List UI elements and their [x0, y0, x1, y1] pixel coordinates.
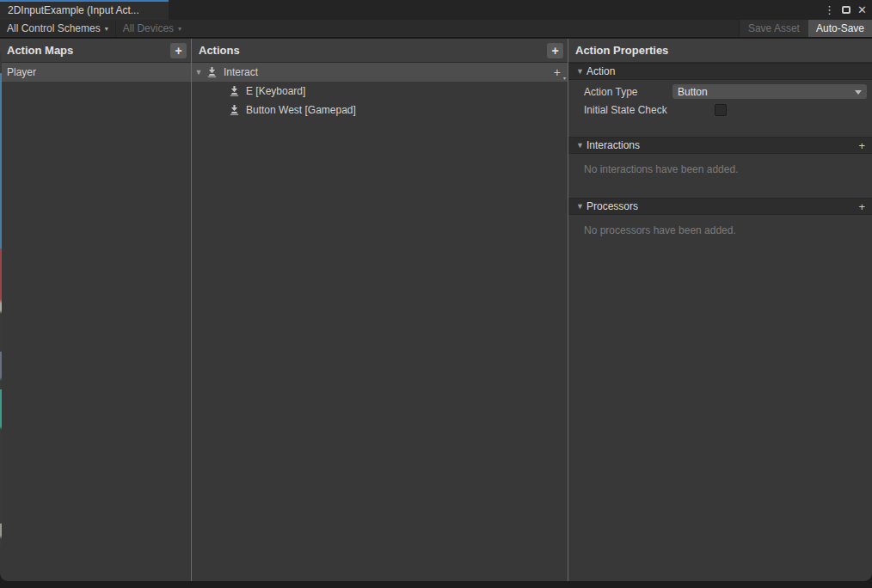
action-type-row: Action Type Button — [568, 83, 872, 101]
processors-section-title: Processors — [586, 200, 638, 212]
plus-icon: + — [554, 65, 561, 79]
save-asset-button[interactable]: Save Asset — [739, 20, 808, 37]
toolbar-right-group: Save Asset Auto-Save — [739, 20, 872, 37]
processors-section-header[interactable]: ▼ Processors + — [568, 198, 872, 215]
interactions-empty-message: No interactions have been added. — [568, 154, 872, 175]
foldout-triangle-icon[interactable]: ▼ — [192, 68, 206, 77]
interactions-section-header[interactable]: ▼ Interactions + — [568, 137, 872, 154]
add-action-button[interactable]: + — [547, 43, 563, 58]
binding-row-keyboard[interactable]: E [Keyboard] — [192, 82, 568, 101]
action-row-interact[interactable]: ▼ Interact + ▾ — [192, 63, 568, 82]
maximize-icon[interactable] — [842, 6, 851, 14]
action-properties-title: Action Properties — [575, 44, 668, 57]
action-type-value: Button — [678, 86, 708, 98]
action-asset-icon — [206, 66, 218, 79]
initial-state-check-row: Initial State Check — [568, 101, 872, 119]
action-type-dropdown[interactable]: Button — [672, 84, 867, 99]
input-actions-window: 2DInputExample (Input Act... ⋮ ✕ All Con… — [0, 0, 872, 588]
action-maps-title: Action Maps — [7, 44, 73, 57]
add-processor-button[interactable]: + — [858, 201, 865, 212]
add-interaction-button[interactable]: + — [858, 140, 865, 151]
window-controls: ⋮ ✕ — [824, 0, 867, 20]
action-map-label: Player — [7, 66, 36, 78]
main-panels: Action Maps + Player Actions + ▼ — [0, 39, 872, 581]
action-label: Interact — [224, 66, 258, 78]
window-tab[interactable]: 2DInputExample (Input Act... — [0, 0, 169, 20]
auto-save-toggle[interactable]: Auto-Save — [808, 20, 872, 37]
action-map-row-player[interactable]: Player — [0, 63, 191, 82]
section-gap — [568, 119, 872, 137]
control-schemes-label: All Control Schemes — [7, 22, 101, 34]
action-properties-header: Action Properties — [568, 39, 872, 63]
binding-icon — [228, 104, 241, 117]
action-section-header[interactable]: ▼ Action — [568, 63, 872, 80]
interactions-section-title: Interactions — [586, 139, 640, 151]
binding-row-gamepad[interactable]: Button West [Gamepad] — [192, 101, 568, 119]
chevron-down-icon: ▾ — [105, 24, 108, 33]
initial-state-check-label: Initial State Check — [584, 104, 715, 116]
binding-label: Button West [Gamepad] — [246, 104, 356, 116]
close-icon[interactable]: ✕ — [857, 4, 867, 15]
background-edge-strip — [0, 52, 2, 547]
devices-label: All Devices — [123, 22, 174, 34]
toolbar: All Control Schemes ▾ All Devices ▾ Save… — [0, 20, 872, 38]
chevron-down-icon — [855, 90, 862, 95]
chevron-down-icon: ▾ — [563, 76, 566, 81]
action-type-label: Action Type — [584, 86, 672, 98]
control-schemes-dropdown[interactable]: All Control Schemes ▾ — [0, 20, 115, 37]
initial-state-checkbox[interactable] — [715, 104, 727, 116]
add-action-map-button[interactable]: + — [170, 43, 187, 58]
action-maps-panel: Action Maps + Player — [0, 39, 191, 581]
titlebar: 2DInputExample (Input Act... ⋮ ✕ — [0, 0, 872, 20]
foldout-triangle-icon[interactable]: ▼ — [574, 141, 586, 150]
actions-title: Actions — [199, 44, 240, 57]
action-maps-header: Action Maps + — [0, 39, 191, 63]
add-binding-button[interactable]: + ▾ — [554, 66, 561, 78]
actions-panel: Actions + ▼ Interact + ▾ — [191, 39, 568, 581]
devices-dropdown[interactable]: All Devices ▾ — [116, 20, 188, 37]
foldout-triangle-icon[interactable]: ▼ — [574, 67, 586, 76]
binding-icon — [228, 85, 241, 98]
processors-empty-message: No processors have been added. — [568, 215, 872, 236]
section-gap — [568, 175, 872, 198]
actions-header: Actions + — [192, 39, 568, 63]
action-section-title: Action — [586, 65, 615, 77]
chevron-down-icon: ▾ — [178, 24, 181, 33]
binding-label: E [Keyboard] — [246, 85, 305, 97]
window-menu-icon[interactable]: ⋮ — [824, 4, 835, 15]
foldout-triangle-icon[interactable]: ▼ — [574, 202, 586, 211]
action-properties-panel: Action Properties ▼ Action Action Type B… — [568, 39, 872, 581]
